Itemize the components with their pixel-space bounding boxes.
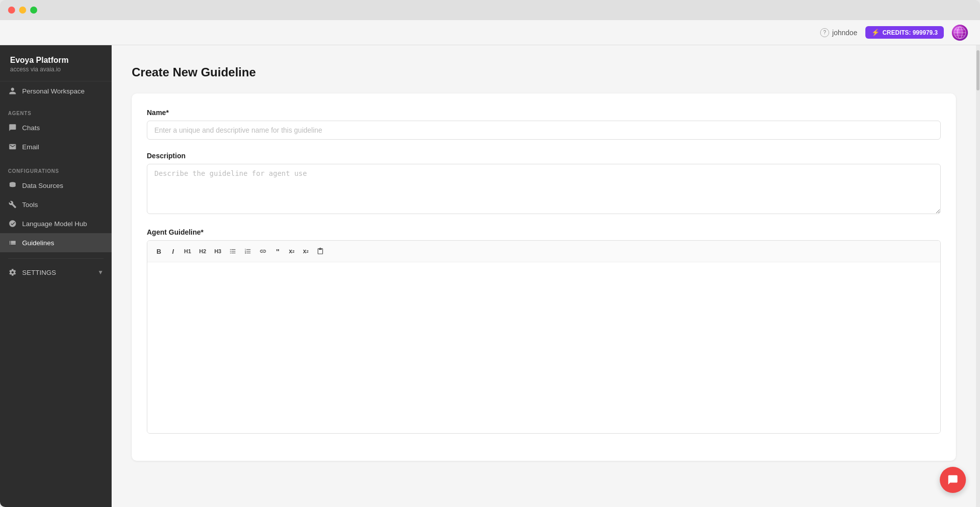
email-icon [8, 142, 17, 151]
tools-icon [8, 200, 17, 209]
paste-button[interactable] [313, 245, 327, 258]
agent-guideline-editor[interactable] [147, 262, 940, 433]
settings-left: SETTINGS [8, 268, 56, 277]
rich-editor-wrapper: B I H1 H2 H3 [147, 240, 941, 434]
titlebar [0, 0, 980, 20]
main-content: Create New Guideline Name* Description [112, 45, 976, 507]
maximize-button[interactable] [30, 7, 37, 14]
name-label: Name* [147, 109, 941, 117]
quote-button[interactable]: " [271, 245, 284, 258]
minimize-button[interactable] [19, 7, 26, 14]
main-layout: Evoya Platform access via avaia.io Perso… [0, 45, 980, 507]
name-input[interactable] [147, 121, 941, 140]
h3-button[interactable]: H3 [211, 245, 225, 258]
subscript-button[interactable]: x2 [299, 245, 312, 258]
description-label: Description [147, 152, 941, 160]
chat-icon [8, 123, 17, 132]
chats-label: Chats [22, 124, 40, 132]
credits-badge[interactable]: ⚡ CREDITS: 999979.3 [865, 26, 944, 39]
chevron-down-icon: ▼ [98, 269, 104, 276]
person-icon [8, 86, 17, 95]
sidebar-item-guidelines[interactable]: Guidelines [0, 233, 112, 252]
database-icon [8, 181, 17, 190]
top-header: ? johndoe ⚡ CREDITS: 999979.3 [0, 20, 980, 45]
sidebar-item-chats[interactable]: Chats [0, 118, 112, 137]
traffic-lights [8, 7, 37, 14]
email-label: Email [22, 143, 39, 151]
agent-guideline-field: Agent Guideline* B I H1 H2 H3 [147, 228, 941, 434]
configurations-section-label: CONFIGURATIONS [0, 164, 112, 176]
h2-button[interactable]: H2 [196, 245, 210, 258]
sidebar-item-workspace[interactable]: Personal Workspace [0, 81, 112, 100]
brand-sub: access via avaia.io [10, 66, 102, 73]
user-info: ? johndoe [820, 28, 857, 37]
settings-label: SETTINGS [22, 269, 56, 276]
superscript-button[interactable]: x2 [285, 245, 298, 258]
scrollbar-track[interactable] [976, 45, 980, 507]
guidelines-icon [8, 238, 17, 247]
float-chat-button[interactable] [940, 467, 966, 493]
help-icon[interactable]: ? [820, 28, 829, 37]
credits-icon: ⚡ [871, 29, 879, 36]
name-field: Name* [147, 109, 941, 140]
configurations-section: CONFIGURATIONS Data Sources [0, 158, 112, 254]
sidebar-item-email[interactable]: Email [0, 137, 112, 156]
sidebar-item-settings[interactable]: SETTINGS ▼ [0, 263, 112, 282]
ordered-list-button[interactable] [241, 245, 255, 258]
h1-button[interactable]: H1 [181, 245, 195, 258]
tools-label: Tools [22, 201, 38, 209]
data-sources-label: Data Sources [22, 182, 63, 189]
bold-button[interactable]: B [152, 245, 165, 258]
user-avatar[interactable] [952, 25, 968, 41]
workspace-label: Personal Workspace [22, 87, 84, 95]
sidebar-item-data-sources[interactable]: Data Sources [0, 176, 112, 195]
brand-name: Evoya Platform [10, 55, 102, 65]
close-button[interactable] [8, 7, 15, 14]
description-textarea[interactable] [147, 164, 941, 214]
form-card: Name* Description Agent Guideline* B [132, 93, 956, 461]
language-model-hub-label: Language Model Hub [22, 220, 87, 228]
rich-toolbar: B I H1 H2 H3 [147, 241, 940, 262]
sidebar-item-tools[interactable]: Tools [0, 195, 112, 214]
link-button[interactable] [256, 245, 270, 258]
agents-section: AGENTS Chats [0, 100, 112, 158]
italic-button[interactable]: I [166, 245, 180, 258]
username-label: johndoe [832, 29, 857, 37]
compass-icon [8, 219, 17, 228]
agent-guideline-label: Agent Guideline* [147, 228, 941, 236]
credits-amount: CREDITS: 999979.3 [882, 29, 938, 36]
scrollbar-thumb[interactable] [976, 50, 979, 90]
guidelines-label: Guidelines [22, 239, 54, 247]
sidebar-item-language-model-hub[interactable]: Language Model Hub [0, 214, 112, 233]
unordered-list-button[interactable] [226, 245, 240, 258]
app-window: ? johndoe ⚡ CREDITS: 999979.3 [0, 0, 980, 507]
sidebar-divider [8, 258, 104, 259]
app-container: ? johndoe ⚡ CREDITS: 999979.3 [0, 20, 980, 507]
agents-section-label: AGENTS [0, 107, 112, 118]
gear-icon [8, 268, 17, 277]
brand: Evoya Platform access via avaia.io [0, 45, 112, 81]
sidebar: Evoya Platform access via avaia.io Perso… [0, 45, 112, 507]
page-title: Create New Guideline [132, 65, 956, 79]
description-field: Description [147, 152, 941, 216]
